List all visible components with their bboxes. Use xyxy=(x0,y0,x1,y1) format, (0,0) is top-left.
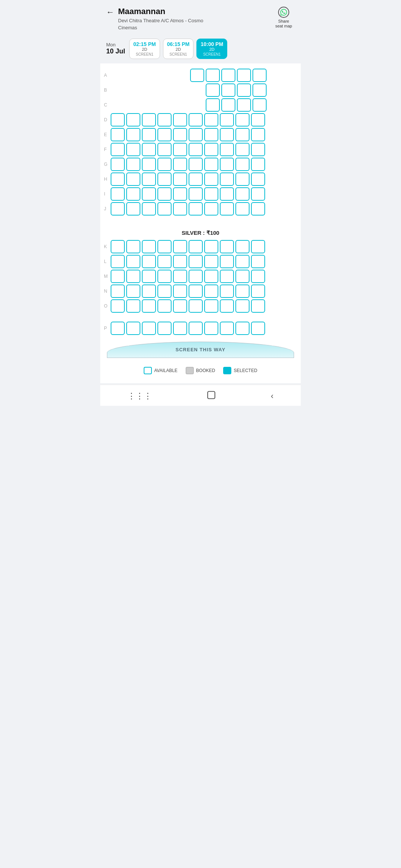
seat-I-6[interactable] xyxy=(189,187,203,201)
seat-B-4[interactable] xyxy=(252,83,267,97)
seat-F-6[interactable] xyxy=(189,143,203,156)
seat-G-5[interactable] xyxy=(173,158,187,171)
seat-I-5[interactable] xyxy=(173,187,187,201)
seat-D-1[interactable] xyxy=(111,113,125,126)
seat-N-1[interactable] xyxy=(111,285,125,298)
seat-K-8[interactable] xyxy=(220,240,234,253)
back-nav-icon[interactable]: ‹ xyxy=(271,391,273,401)
seat-M-5[interactable] xyxy=(173,270,187,283)
home-icon[interactable] xyxy=(206,390,216,402)
seat-F-1[interactable] xyxy=(111,143,125,156)
seat-D-3[interactable] xyxy=(142,113,156,126)
seat-I-2[interactable] xyxy=(126,187,140,201)
seat-B-3[interactable] xyxy=(237,83,251,97)
seat-D-4[interactable] xyxy=(157,113,172,126)
seat-G-1[interactable] xyxy=(111,158,125,171)
seat-K-9[interactable] xyxy=(235,240,250,253)
seat-M-4[interactable] xyxy=(157,270,172,283)
seat-H-7[interactable] xyxy=(204,172,218,186)
seat-O-5[interactable] xyxy=(173,299,187,313)
seat-O-7[interactable] xyxy=(204,299,218,313)
seat-H-2[interactable] xyxy=(126,172,140,186)
seat-E-7[interactable] xyxy=(204,128,218,141)
seat-K-4[interactable] xyxy=(157,240,172,253)
seat-E-9[interactable] xyxy=(235,128,250,141)
seat-M-9[interactable] xyxy=(235,270,250,283)
seat-P-8[interactable] xyxy=(220,322,234,335)
seat-I-3[interactable] xyxy=(142,187,156,201)
seat-C-1[interactable] xyxy=(206,98,220,112)
seat-M-6[interactable] xyxy=(189,270,203,283)
seat-G-2[interactable] xyxy=(126,158,140,171)
seat-K-7[interactable] xyxy=(204,240,218,253)
seat-M-8[interactable] xyxy=(220,270,234,283)
seat-J-1[interactable] xyxy=(111,202,125,216)
seat-P-6[interactable] xyxy=(189,322,203,335)
seat-H-6[interactable] xyxy=(189,172,203,186)
seat-K-3[interactable] xyxy=(142,240,156,253)
seat-D-6[interactable] xyxy=(189,113,203,126)
seat-N-2[interactable] xyxy=(126,285,140,298)
seat-N-9[interactable] xyxy=(235,285,250,298)
seat-M-7[interactable] xyxy=(204,270,218,283)
seat-J-6[interactable] xyxy=(189,202,203,216)
seat-A-1[interactable] xyxy=(190,69,204,82)
seat-M-2[interactable] xyxy=(126,270,140,283)
seat-A-4[interactable] xyxy=(237,69,251,82)
seat-O-1[interactable] xyxy=(111,299,125,313)
seat-G-7[interactable] xyxy=(204,158,218,171)
seat-J-9[interactable] xyxy=(235,202,250,216)
seat-N-3[interactable] xyxy=(142,285,156,298)
seat-P-3[interactable] xyxy=(142,322,156,335)
seat-L-7[interactable] xyxy=(204,255,218,268)
seat-K-6[interactable] xyxy=(189,240,203,253)
seat-L-2[interactable] xyxy=(126,255,140,268)
seat-F-7[interactable] xyxy=(204,143,218,156)
menu-icon[interactable]: ⋮⋮⋮ xyxy=(127,391,152,401)
seat-L-8[interactable] xyxy=(220,255,234,268)
seat-D-7[interactable] xyxy=(204,113,218,126)
seat-L-1[interactable] xyxy=(111,255,125,268)
seat-L-3[interactable] xyxy=(142,255,156,268)
seat-I-10[interactable] xyxy=(251,187,265,201)
seat-H-8[interactable] xyxy=(220,172,234,186)
seat-K-2[interactable] xyxy=(126,240,140,253)
seat-D-10[interactable] xyxy=(251,113,265,126)
seat-N-5[interactable] xyxy=(173,285,187,298)
seat-N-8[interactable] xyxy=(220,285,234,298)
seat-J-7[interactable] xyxy=(204,202,218,216)
seat-N-7[interactable] xyxy=(204,285,218,298)
seat-F-9[interactable] xyxy=(235,143,250,156)
seat-D-2[interactable] xyxy=(126,113,140,126)
seat-F-3[interactable] xyxy=(142,143,156,156)
seat-I-4[interactable] xyxy=(157,187,172,201)
seat-L-5[interactable] xyxy=(173,255,187,268)
seat-C-3[interactable] xyxy=(237,98,251,112)
seat-E-1[interactable] xyxy=(111,128,125,141)
seat-M-3[interactable] xyxy=(142,270,156,283)
seat-P-2[interactable] xyxy=(126,322,140,335)
seat-G-4[interactable] xyxy=(157,158,172,171)
seat-E-10[interactable] xyxy=(251,128,265,141)
seat-A-5[interactable] xyxy=(252,69,267,82)
seat-E-2[interactable] xyxy=(126,128,140,141)
showtime-0[interactable]: 02:15 PM 2D SCREEN1 xyxy=(129,39,160,59)
seat-J-10[interactable] xyxy=(251,202,265,216)
seat-H-1[interactable] xyxy=(111,172,125,186)
seat-O-6[interactable] xyxy=(189,299,203,313)
seat-P-5[interactable] xyxy=(173,322,187,335)
seat-C-2[interactable] xyxy=(221,98,235,112)
seat-F-5[interactable] xyxy=(173,143,187,156)
seat-I-9[interactable] xyxy=(235,187,250,201)
seat-H-10[interactable] xyxy=(251,172,265,186)
seat-F-10[interactable] xyxy=(251,143,265,156)
seat-K-10[interactable] xyxy=(251,240,265,253)
seat-P-10[interactable] xyxy=(251,322,265,335)
seat-G-10[interactable] xyxy=(251,158,265,171)
seat-H-9[interactable] xyxy=(235,172,250,186)
seat-H-5[interactable] xyxy=(173,172,187,186)
seat-P-1[interactable] xyxy=(111,322,125,335)
showtime-2[interactable]: 10:00 PM 2D SCREEN1 xyxy=(196,39,227,59)
seat-D-5[interactable] xyxy=(173,113,187,126)
seat-A-3[interactable] xyxy=(221,69,235,82)
